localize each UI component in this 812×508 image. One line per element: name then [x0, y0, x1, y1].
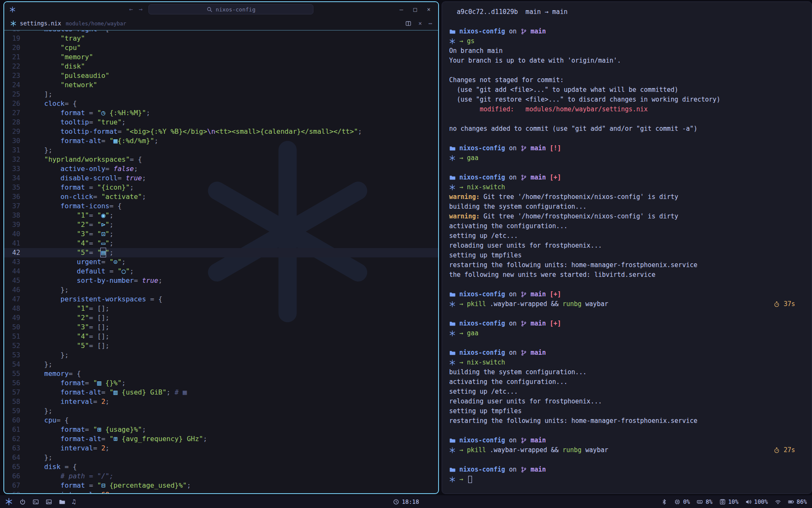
- terminal-window[interactable]: a9c0c72..d11029b main → main nixos-confi…: [442, 1, 812, 494]
- code-line[interactable]: 53 };: [4, 351, 438, 360]
- line-number: 23: [4, 71, 28, 80]
- code-line[interactable]: 28 tooltip= "true";: [4, 118, 438, 127]
- nav-forward-button[interactable]: →: [139, 6, 143, 13]
- terminal-row: → pkill .waybar-wrapped && runbg waybar …: [449, 445, 795, 455]
- clock-module[interactable]: 18:18: [393, 498, 419, 505]
- code-line[interactable]: 33 active-only= false;: [4, 164, 438, 174]
- branch-icon: [521, 437, 527, 444]
- tray-music-icon[interactable]: ♫: [72, 499, 76, 505]
- code-line[interactable]: 38 "1"= "◉";: [4, 211, 438, 220]
- terminal-row: [449, 426, 795, 436]
- code-line[interactable]: 32 "hyprland/workspaces"= {: [4, 155, 438, 164]
- code-line[interactable]: 25 ];: [4, 90, 438, 99]
- code-line[interactable]: 35 format = "{icon}";: [4, 183, 438, 192]
- code-line[interactable]: 20 "cpu": [4, 43, 438, 52]
- text-segment: sort-by-number: [77, 276, 134, 284]
- nix-icon: [449, 447, 455, 453]
- code-line[interactable]: 55 memory= {: [4, 369, 438, 378]
- search-input[interactable]: nixos-config: [148, 4, 313, 14]
- code-line[interactable]: 45 sort-by-number= true;: [4, 276, 438, 285]
- code-line[interactable]: 52 "5"= [];: [4, 341, 438, 351]
- code-line[interactable]: 60 cpu= {: [4, 416, 438, 425]
- code-line[interactable]: 27 format = "◷ {:%H:%M}";: [4, 108, 438, 118]
- folder-icon: [449, 28, 455, 35]
- bluetooth-icon[interactable]: [661, 499, 667, 505]
- close-button[interactable]: ×: [427, 6, 431, 13]
- code-line[interactable]: 65 disk = {: [4, 462, 438, 472]
- code-line[interactable]: 51 "4"= [];: [4, 332, 438, 341]
- code-editor[interactable]: 18 modules-right= [19 "tray"20 "cpu"21 "…: [4, 30, 438, 493]
- nixos-logo-icon[interactable]: [5, 498, 13, 505]
- editor-window: ← → nixos-config — □ × settings.nix: [3, 1, 439, 494]
- code-line[interactable]: 66 # path = "/";: [4, 472, 438, 481]
- code-line[interactable]: 44 default = "○";: [4, 267, 438, 276]
- code-line[interactable]: 29 tooltip-format= "<big>{:%Y %B}</big>\…: [4, 127, 438, 136]
- code-line[interactable]: 63 interval= 2;: [4, 444, 438, 453]
- tray-image-icon[interactable]: [46, 499, 52, 505]
- code-line[interactable]: 50 "3"= [];: [4, 323, 438, 332]
- code-line[interactable]: 48 "1"= [];: [4, 304, 438, 313]
- nav-back-button[interactable]: ←: [129, 6, 133, 13]
- text-segment: →: [459, 153, 467, 163]
- battery-module[interactable]: 86%: [788, 498, 807, 505]
- code-line[interactable]: 39 "2"= "⊳";: [4, 220, 438, 229]
- code-line[interactable]: 18 modules-right= [: [4, 30, 438, 34]
- code-line[interactable]: 36 on-click= "activate";: [4, 192, 438, 202]
- code-line[interactable]: 21 "memory": [4, 52, 438, 62]
- line-text: on-click= "activate";: [28, 192, 438, 202]
- code-line[interactable]: 19 "tray": [4, 34, 438, 43]
- maximize-button[interactable]: □: [413, 6, 417, 13]
- code-line[interactable]: 68 interval= 60;: [4, 490, 438, 493]
- text-segment: [28, 267, 77, 275]
- code-line[interactable]: 41 "4"= "▭";: [4, 239, 438, 248]
- disk-module[interactable]: 10%: [719, 498, 738, 505]
- code-line[interactable]: 43 urgent= "⊙";: [4, 257, 438, 267]
- branch-icon: [521, 291, 527, 298]
- text-segment: ;: [154, 137, 159, 145]
- code-line[interactable]: 56 format= "▥ {}%";: [4, 378, 438, 388]
- nix-icon: [449, 476, 455, 483]
- line-number: 45: [4, 276, 28, 285]
- text-segment: ": [97, 481, 102, 489]
- text-segment: →: [459, 36, 467, 46]
- text-segment: "memory": [60, 53, 93, 61]
- code-line[interactable]: 42 "5"= "▤";: [4, 248, 438, 257]
- code-line[interactable]: 61 format= "⊞ {usage}%";: [4, 425, 438, 434]
- text-segment: [28, 230, 77, 238]
- volume-module[interactable]: 100%: [745, 498, 768, 505]
- code-line[interactable]: 47 persistent-workspaces = {: [4, 295, 438, 304]
- code-line[interactable]: 23 "pulseaudio": [4, 71, 438, 80]
- code-line[interactable]: 62 format-alt= "⊞ {avg_frequency} GHz";: [4, 434, 438, 444]
- tray-terminal-icon[interactable]: [33, 499, 39, 505]
- power-icon[interactable]: [19, 499, 26, 505]
- text-segment: on-click: [60, 193, 93, 201]
- more-actions-icon[interactable]: ⋯: [429, 20, 432, 27]
- code-line[interactable]: 31 };: [4, 146, 438, 155]
- code-line[interactable]: 49 "2"= [];: [4, 313, 438, 323]
- text-segment: [+]: [546, 290, 561, 299]
- code-line[interactable]: 26 clock= {: [4, 99, 438, 108]
- code-line[interactable]: 67 format = "⊟ {percentage_used}%";: [4, 481, 438, 490]
- tab-close-icon[interactable]: ×: [418, 20, 422, 27]
- code-line[interactable]: 22 "disk": [4, 62, 438, 71]
- code-line[interactable]: 46 };: [4, 285, 438, 295]
- code-line[interactable]: 59 };: [4, 406, 438, 416]
- split-editor-icon[interactable]: [405, 20, 411, 27]
- minimize-button[interactable]: —: [400, 6, 403, 13]
- wifi-icon[interactable]: [775, 499, 781, 505]
- code-line[interactable]: 34 disable-scroll= true;: [4, 174, 438, 183]
- memory-module[interactable]: 8%: [697, 498, 712, 505]
- code-line[interactable]: 24 "network": [4, 80, 438, 90]
- code-line[interactable]: 40 "3"= "⊡";: [4, 229, 438, 239]
- code-line[interactable]: 57 format-alt= "▥ {used} GiB"; # ▦: [4, 388, 438, 397]
- code-line[interactable]: 30 format-alt= "▦{:%d/%m}";: [4, 136, 438, 146]
- tab-settings-nix[interactable]: settings.nix modules/home/waybar: [10, 20, 126, 27]
- tray-folder-icon[interactable]: [59, 499, 65, 505]
- code-line[interactable]: 58 interval= 2;: [4, 397, 438, 406]
- code-line[interactable]: 64 };: [4, 453, 438, 462]
- cpu-module[interactable]: 0%: [674, 498, 690, 505]
- code-line[interactable]: 54 };: [4, 360, 438, 369]
- code-line[interactable]: 37 format-icons= {: [4, 202, 438, 211]
- terminal-row: → gs: [449, 36, 795, 46]
- search-value: nixos-config: [216, 6, 255, 13]
